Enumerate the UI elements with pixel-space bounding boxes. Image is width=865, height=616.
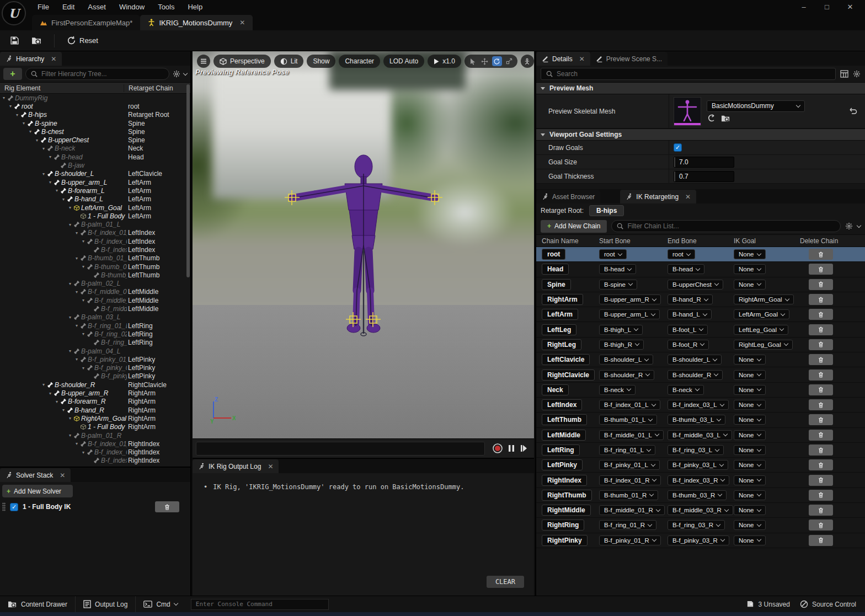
chain-name-field[interactable]: RightPinky: [542, 535, 588, 546]
menu-help[interactable]: Help: [181, 1, 209, 13]
delete-chain-button[interactable]: [809, 279, 833, 290]
hierarchy-row[interactable]: ▾B-f_index_02_LLeftIndex: [0, 237, 190, 245]
expander-icon[interactable]: ▾: [41, 382, 46, 387]
hierarchy-row[interactable]: ▾B-f_middle_01_LLeftMiddle: [0, 288, 190, 296]
tab-details[interactable]: Details ✕: [536, 52, 590, 66]
start-bone-dropdown[interactable]: B-f_pinky_01_R: [599, 535, 661, 545]
step-forward-button[interactable]: [520, 444, 527, 452]
perspective-button[interactable]: Perspective: [213, 55, 271, 68]
expander-icon[interactable]: ▾: [74, 290, 79, 294]
hierarchy-row[interactable]: ▾DummyRig: [0, 94, 190, 102]
scale-tool-icon[interactable]: [504, 56, 514, 66]
solver-item-full-body-ik[interactable]: ✓ 1 - Full Body IK: [0, 500, 190, 513]
start-bone-dropdown[interactable]: B-neck: [599, 385, 636, 395]
chain-name-field[interactable]: LeftThumb: [542, 414, 587, 425]
start-bone-dropdown[interactable]: B-f_middle_01_R: [599, 505, 665, 515]
chain-name-field[interactable]: LeftIndex: [542, 399, 582, 410]
hierarchy-row[interactable]: ▾rootroot: [0, 102, 190, 110]
browse-to-asset-button[interactable]: [27, 33, 46, 48]
chain-name-field[interactable]: RightClavicle: [542, 369, 595, 381]
delete-chain-button[interactable]: [809, 249, 833, 260]
expander-icon[interactable]: ▾: [41, 146, 46, 151]
column-chain-name[interactable]: Chain Name: [536, 237, 599, 245]
hierarchy-row[interactable]: 1 - Full Body IK gcLeftArm: [0, 212, 190, 220]
hierarchy-scrollbar[interactable]: [186, 84, 190, 277]
hierarchy-row[interactable]: ▾B-f_pinky_01_LLeftPinky: [0, 355, 190, 363]
hierarchy-row[interactable]: ▾B-forearm_LLeftArm: [0, 186, 190, 195]
minimize-button[interactable]: –: [794, 1, 813, 13]
use-selected-asset-icon[interactable]: [707, 114, 716, 122]
hierarchy-row[interactable]: ▾B-palm_02_L: [0, 280, 190, 288]
hierarchy-row[interactable]: ▾B-f_ring_01_LLeftRing: [0, 322, 190, 330]
chain-row-leftmiddle[interactable]: LeftMiddleB-f_middle_01_LB-f_middle_03_L…: [536, 428, 865, 443]
chain-name-field[interactable]: Neck: [542, 384, 569, 395]
column-retarget-chain[interactable]: Retarget Chain: [124, 84, 190, 92]
end-bone-dropdown[interactable]: B-upperChest: [668, 280, 723, 290]
end-bone-dropdown[interactable]: B-thumb_03_R: [668, 490, 727, 500]
hierarchy-row[interactable]: ▾B-f_ring_02_LLeftRing: [0, 330, 190, 338]
expander-icon[interactable]: ▾: [61, 408, 66, 413]
chain-name-field[interactable]: LeftRing: [542, 444, 580, 456]
delete-chain-button[interactable]: [809, 459, 833, 470]
ik-goal-dropdown[interactable]: None: [734, 535, 766, 545]
expander-icon[interactable]: ▾: [28, 129, 33, 134]
tab-solver-stack[interactable]: Solver Stack ✕: [0, 468, 71, 482]
hierarchy-row[interactable]: ▾B-thumb_02_LLeftThumb: [0, 263, 190, 271]
chain-row-rightring[interactable]: RightRingB-f_ring_01_RB-f_ring_03_RNone: [536, 518, 865, 533]
column-ik-goal[interactable]: IK Goal: [734, 237, 800, 245]
delete-chain-button[interactable]: [809, 430, 833, 441]
chain-name-field[interactable]: RightRing: [542, 519, 584, 531]
chain-name-field[interactable]: LeftLeg: [542, 324, 576, 335]
start-bone-dropdown[interactable]: B-shoulder_R: [599, 370, 654, 380]
chain-row-rightleg[interactable]: RightLegB-thigh_RB-foot_RRightLeg_Goal: [536, 338, 865, 352]
menu-asset[interactable]: Asset: [81, 1, 113, 13]
retarget-root-value[interactable]: B-hips: [589, 205, 624, 216]
end-bone-dropdown[interactable]: B-thumb_03_L: [668, 415, 725, 425]
end-bone-dropdown[interactable]: B-foot_L: [668, 325, 708, 335]
menu-window[interactable]: Window: [113, 1, 151, 13]
expander-icon[interactable]: ▾: [67, 315, 73, 320]
filter-chain-input[interactable]: Filter Chain List...: [611, 220, 841, 232]
ik-goal-dropdown[interactable]: None: [734, 415, 766, 425]
chain-row-head[interactable]: HeadB-headB-headNone: [536, 262, 865, 277]
hierarchy-row[interactable]: ▾RightArm_GoalRightArm: [0, 414, 190, 422]
hierarchy-row[interactable]: ▾B-upper_arm_LLeftArm: [0, 178, 190, 186]
expander-icon[interactable]: ▾: [67, 433, 73, 438]
delete-chain-button[interactable]: [809, 414, 833, 425]
expander-icon[interactable]: ▾: [61, 197, 66, 202]
skeletal-mesh-dropdown[interactable]: BasicMotionsDummy: [707, 100, 805, 112]
lit-mode-button[interactable]: Lit: [274, 55, 304, 68]
ik-goal-dropdown[interactable]: None: [734, 430, 766, 440]
ik-goal-dropdown[interactable]: None: [734, 460, 766, 470]
delete-chain-button[interactable]: [809, 264, 833, 275]
chain-row-leftthumb[interactable]: LeftThumbB-thumb_01_LB-thumb_03_LNone: [536, 413, 865, 427]
start-bone-dropdown[interactable]: B-thigh_R: [599, 340, 644, 350]
expander-icon[interactable]: ▾: [74, 256, 79, 261]
hierarchy-row[interactable]: B-f_middle_03_LLeftMiddle: [0, 304, 190, 313]
expander-icon[interactable]: ▾: [67, 349, 73, 353]
expander-icon[interactable]: ▾: [1, 95, 7, 100]
start-bone-dropdown[interactable]: B-f_pinky_01_L: [599, 460, 660, 470]
hierarchy-row[interactable]: ▾B-hand_RRightArm: [0, 406, 190, 414]
end-bone-dropdown[interactable]: root: [668, 249, 695, 259]
chain-row-root[interactable]: rootrootrootNone: [536, 247, 865, 262]
expander-icon[interactable]: ▾: [74, 441, 79, 446]
playback-speed-button[interactable]: x1.0: [428, 55, 461, 68]
column-start-bone[interactable]: Start Bone: [599, 237, 668, 245]
hierarchy-row[interactable]: ▾B-hand_LLeftArm: [0, 195, 190, 203]
start-bone-dropdown[interactable]: B-f_middle_01_L: [599, 430, 664, 440]
chain-row-leftpinky[interactable]: LeftPinkyB-f_pinky_01_LB-f_pinky_03_LNon…: [536, 458, 865, 473]
hierarchy-row[interactable]: ▾LeftArm_GoalLeftArm: [0, 203, 190, 212]
hierarchy-row[interactable]: ▾B-f_middle_02_LLeftMiddle: [0, 296, 190, 304]
hierarchy-row[interactable]: ▾B-neckNeck: [0, 144, 190, 153]
filter-hierarchy-input[interactable]: Filter Hierarchy Tree...: [25, 68, 169, 80]
end-bone-dropdown[interactable]: B-f_index_03_R: [668, 475, 729, 485]
expander-icon[interactable]: ▾: [47, 180, 53, 185]
expander-icon[interactable]: ▾: [8, 104, 13, 109]
ik-goal-dropdown[interactable]: None: [734, 385, 766, 395]
pause-button[interactable]: [508, 444, 515, 452]
hierarchy-row[interactable]: B-f_pinky_03_LLeftPinky: [0, 372, 190, 381]
end-bone-dropdown[interactable]: B-f_ring_03_L: [668, 445, 724, 455]
unsaved-assets-button[interactable]: 3 Unsaved: [746, 600, 790, 608]
end-bone-dropdown[interactable]: B-f_middle_03_R: [668, 505, 733, 515]
